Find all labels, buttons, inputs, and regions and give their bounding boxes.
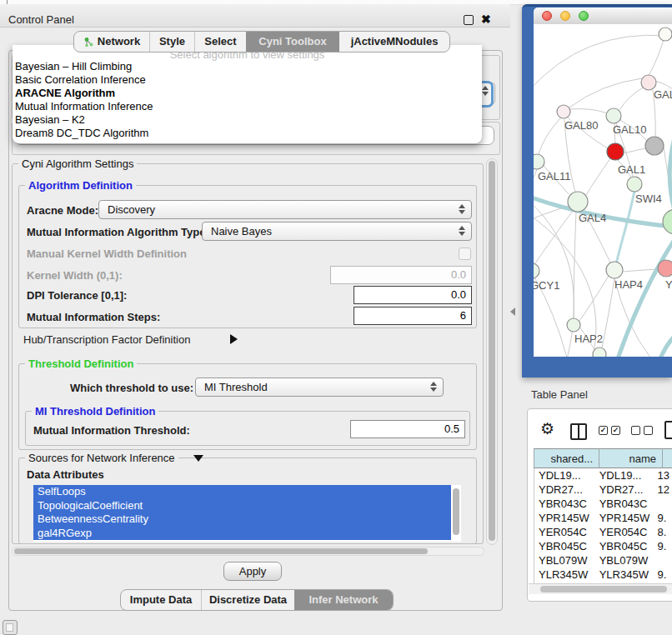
table-row[interactable]: YPR145WYPR145W9. bbox=[534, 511, 672, 525]
network-edge[interactable] bbox=[657, 329, 672, 357]
mi-steps-field[interactable]: 6 bbox=[354, 307, 472, 325]
table-cell[interactable]: YBR043C bbox=[534, 497, 595, 511]
apply-button[interactable]: Apply bbox=[223, 562, 282, 581]
algorithm-option[interactable]: Bayesian – K2 bbox=[14, 113, 478, 127]
network-edge[interactable] bbox=[539, 118, 560, 154]
mi-threshold-field[interactable]: 0.5 bbox=[350, 420, 465, 438]
table-cell[interactable]: YDR27... bbox=[534, 482, 595, 497]
column-header-name[interactable]: name bbox=[599, 448, 662, 468]
network-edge[interactable] bbox=[619, 88, 643, 110]
settings-horizontal-scrollbar[interactable] bbox=[12, 547, 484, 556]
select-all-columns-icon[interactable]: ✓ ✓ bbox=[599, 426, 620, 435]
tab-network[interactable]: Network bbox=[74, 32, 149, 52]
which-threshold-select[interactable]: MI Threshold bbox=[195, 378, 444, 397]
table-cell[interactable]: YLR345W bbox=[534, 568, 595, 582]
table-cell[interactable]: YDR27... bbox=[595, 482, 654, 497]
hub-definition-label[interactable]: Hub/Transcription Factor Definition bbox=[23, 333, 190, 346]
network-edge[interactable] bbox=[616, 191, 634, 264]
close-traffic-light[interactable] bbox=[542, 11, 552, 21]
table-cell[interactable]: YBR045C bbox=[595, 539, 654, 553]
table-cell[interactable]: YPR145W bbox=[534, 511, 595, 525]
algorithm-option[interactable]: Mutual Information Inference bbox=[14, 100, 478, 113]
tab-infer-network[interactable]: Infer Network bbox=[294, 590, 393, 610]
table-cell[interactable]: 8. bbox=[654, 525, 672, 539]
network-edge[interactable] bbox=[623, 269, 658, 272]
kernel-width-field[interactable]: 0.0 bbox=[330, 266, 472, 284]
network-node[interactable] bbox=[568, 192, 588, 212]
network-node[interactable] bbox=[645, 137, 664, 155]
table-cell[interactable]: 9. bbox=[654, 539, 672, 553]
tab-impute-data[interactable]: Impute Data bbox=[121, 590, 201, 610]
network-edge[interactable] bbox=[602, 278, 614, 348]
minimized-panel-icon[interactable] bbox=[3, 620, 18, 635]
network-window-titlebar[interactable] bbox=[534, 8, 672, 24]
network-edge[interactable] bbox=[569, 78, 642, 108]
dpi-tolerance-field[interactable]: 0.0 bbox=[354, 286, 472, 304]
mi-type-select[interactable]: Naive Bayes bbox=[202, 222, 472, 241]
network-edge[interactable] bbox=[615, 231, 672, 357]
table-cell[interactable]: YER054C bbox=[595, 525, 654, 539]
table-cell[interactable]: YER054C bbox=[534, 525, 595, 539]
table-cell[interactable]: YDL19... bbox=[534, 468, 595, 482]
attributes-scrollbar[interactable] bbox=[451, 485, 461, 542]
tab-style[interactable]: Style bbox=[149, 32, 194, 52]
tab-select[interactable]: Select bbox=[194, 32, 246, 52]
network-node[interactable] bbox=[663, 209, 672, 234]
network-node[interactable] bbox=[534, 263, 539, 278]
network-canvas[interactable]: GALGAL80GAL10GAL1GAL11SWI4GAL4GCY1HAP4YH… bbox=[534, 24, 672, 357]
attribute-item[interactable]: TopologicalCoefficient bbox=[33, 499, 451, 513]
close-icon[interactable]: ✖ bbox=[481, 12, 491, 26]
minimize-traffic-light[interactable] bbox=[560, 11, 570, 21]
column-header-partial[interactable] bbox=[662, 448, 672, 468]
network-edge[interactable] bbox=[534, 169, 537, 182]
algorithm-option[interactable]: Basic Correlation Inference bbox=[14, 73, 478, 87]
algorithm-option[interactable]: Dream8 DC_TDC Algorithm bbox=[14, 127, 478, 140]
table-row[interactable]: YER054CYER054C8. bbox=[534, 525, 672, 539]
table-cell[interactable]: YLR345W bbox=[595, 568, 654, 582]
table-cell[interactable] bbox=[654, 553, 672, 568]
tab-jactivemnodules[interactable]: jActiveMNodules bbox=[339, 32, 449, 52]
network-node[interactable] bbox=[534, 154, 544, 169]
table-cell[interactable]: 12 bbox=[654, 482, 672, 497]
table-cell[interactable]: YDL19... bbox=[595, 468, 654, 482]
table-cell[interactable]: YBL079W bbox=[534, 553, 595, 568]
expand-right-icon[interactable] bbox=[230, 334, 238, 344]
attribute-item[interactable]: BetweennessCentrality bbox=[33, 512, 451, 527]
attribute-item[interactable]: gal4RGexp bbox=[33, 527, 451, 541]
network-node[interactable] bbox=[606, 262, 623, 278]
table-row[interactable]: YLR345WYLR345W9. bbox=[534, 568, 672, 582]
network-node[interactable] bbox=[593, 348, 606, 357]
network-node[interactable] bbox=[567, 318, 580, 332]
table-cell[interactable]: YBL079W bbox=[595, 553, 654, 568]
attribute-item[interactable]: SelfLoops bbox=[33, 485, 451, 499]
network-node[interactable] bbox=[627, 177, 642, 192]
network-node[interactable] bbox=[659, 28, 672, 41]
zoom-traffic-light[interactable] bbox=[579, 11, 589, 21]
manual-kernel-checkbox[interactable] bbox=[459, 248, 471, 260]
tab-discretize-data[interactable]: Discretize Data bbox=[201, 590, 294, 610]
network-edge[interactable] bbox=[579, 276, 609, 321]
table-row[interactable]: YDL19...YDL19...13 bbox=[534, 468, 672, 482]
collapse-down-icon[interactable] bbox=[193, 455, 203, 462]
float-window-icon[interactable] bbox=[464, 15, 474, 25]
table-row[interactable]: YBR043CYBR043C bbox=[534, 497, 672, 511]
column-header-shared-name[interactable]: shared... bbox=[534, 448, 599, 468]
table-row[interactable]: YBR045CYBR045C9. bbox=[534, 539, 672, 553]
network-node[interactable] bbox=[606, 108, 621, 123]
table-cell[interactable]: YBR045C bbox=[534, 539, 595, 553]
network-node[interactable] bbox=[607, 143, 624, 160]
table-cell[interactable]: YBR043C bbox=[595, 497, 654, 511]
table-horizontal-scrollbar[interactable] bbox=[529, 583, 672, 594]
table-cell[interactable] bbox=[654, 497, 672, 511]
deselect-all-columns-icon[interactable] bbox=[631, 426, 653, 435]
settings-vertical-scrollbar[interactable] bbox=[486, 158, 498, 545]
panel-splitter-handle[interactable] bbox=[510, 308, 515, 316]
algorithm-option[interactable]: ARACNE Algorithm bbox=[14, 87, 478, 100]
columns-icon[interactable] bbox=[570, 423, 587, 440]
table-row[interactable]: YBL079WYBL079W bbox=[534, 553, 672, 568]
tab-cyni-toolbox[interactable]: Cyni Toolbox bbox=[246, 32, 339, 52]
gear-icon[interactable]: ⚙ bbox=[540, 420, 554, 438]
network-graph[interactable]: GALGAL80GAL10GAL1GAL11SWI4GAL4GCY1HAP4YH… bbox=[534, 24, 672, 357]
table-cell[interactable]: 13 bbox=[654, 468, 672, 482]
table-cell[interactable]: YPR145W bbox=[595, 511, 654, 525]
